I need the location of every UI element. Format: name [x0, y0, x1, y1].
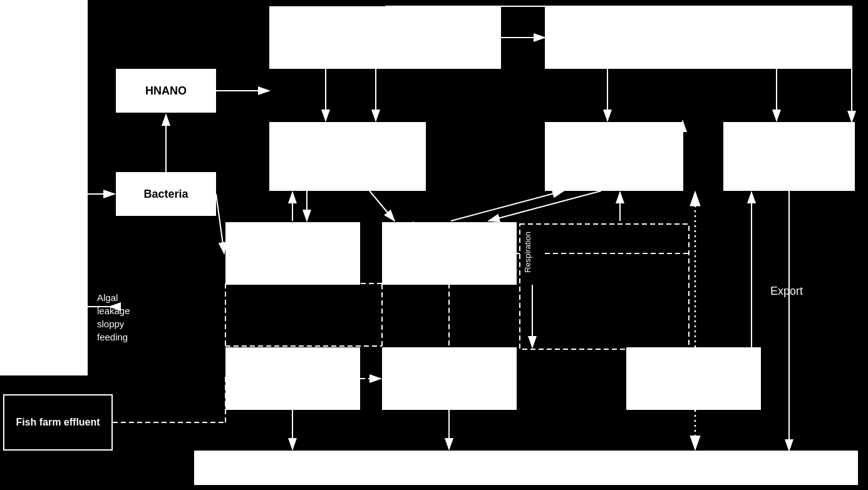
box-mid-upper-center — [269, 122, 426, 191]
box-mid-upper-right — [545, 122, 683, 191]
box-mid-left — [225, 222, 360, 285]
label-respiration: Respiration — [523, 232, 532, 273]
box-top-right — [545, 6, 852, 69]
fish-farm-label: Fish farm effluent — [16, 416, 100, 429]
svg-line-12 — [369, 191, 395, 221]
label-export: Export — [770, 285, 803, 298]
hnano-label: HNANO — [145, 84, 187, 98]
diagram-container: HNANO Bacteria Fish farm effluent Algall… — [0, 0, 868, 490]
svg-line-15 — [488, 191, 601, 221]
label-algal-leakage: Algalleakagesloppyfeeding — [97, 291, 130, 344]
box-far-right-upper — [723, 122, 855, 191]
box-top-center — [269, 6, 501, 69]
box-bacteria: Bacteria — [116, 172, 216, 216]
svg-line-13 — [216, 194, 224, 253]
box-bottom-right — [626, 347, 761, 410]
box-fish-farm: Fish farm effluent — [3, 394, 113, 451]
svg-line-20 — [451, 191, 564, 221]
box-hnano: HNANO — [116, 69, 216, 113]
box-bottom-center — [382, 347, 517, 410]
svg-rect-33 — [520, 224, 689, 349]
box-mid-right — [382, 222, 517, 285]
box-bottom-bar — [194, 451, 858, 485]
bacteria-label: Bacteria — [143, 188, 188, 201]
box-left-tall — [0, 0, 88, 375]
box-bottom-left — [225, 347, 360, 410]
